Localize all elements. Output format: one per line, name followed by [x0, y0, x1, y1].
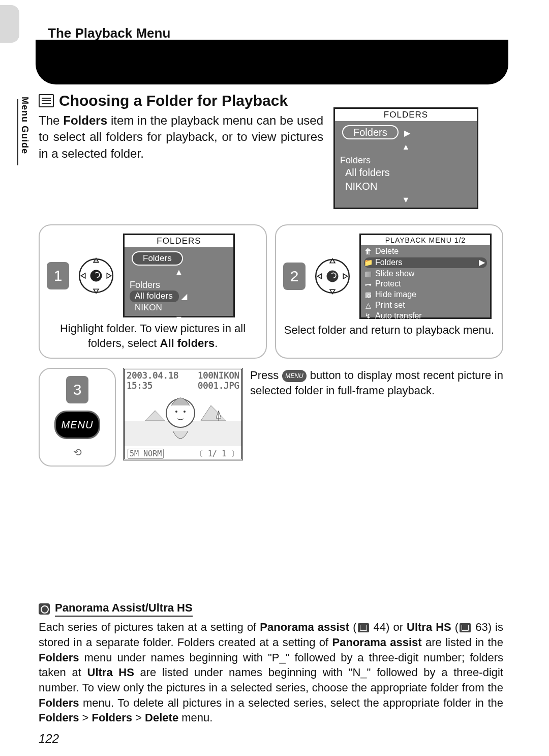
- lcd-title: FOLDERS: [335, 109, 477, 121]
- menu-item-icon: ▩: [364, 290, 372, 299]
- lcd-line: All folders: [340, 166, 472, 180]
- lcd-group: Folders: [340, 155, 472, 166]
- arrow-down-icon: ▼: [402, 195, 410, 205]
- menu-item-label: Slide show: [375, 269, 414, 279]
- list-icon: [39, 94, 54, 107]
- lcd-folders-large: FOLDERS Folders ▶ ▲ Folders All folders …: [333, 107, 478, 209]
- svg-point-15: [184, 411, 186, 413]
- note-body: Each series of pictures taken at a setti…: [39, 620, 503, 725]
- menu-item-icon: ⊶: [364, 280, 372, 289]
- preview-size: 5M NORM: [128, 449, 164, 459]
- preview-date: 2003.04.18: [127, 370, 178, 381]
- dpad-icon: [75, 247, 117, 304]
- preview-folder: 100NIKON: [198, 370, 239, 381]
- arrow-right-icon: ▶: [404, 128, 410, 138]
- side-rule: [17, 99, 18, 165]
- lcd-playback-menu: PLAYBACK MENU 1/2 🗑Delete📁Folders▶▦Slide…: [359, 234, 492, 319]
- menu-item-label: Print set: [375, 300, 405, 311]
- playback-menu-item: ↯Auto transfer: [364, 311, 487, 322]
- note-title: Panorama Assist/Ultra HS: [55, 601, 193, 617]
- page-number: 122: [39, 732, 59, 746]
- header-title: The Playback Menu: [48, 25, 503, 41]
- lcd-title: PLAYBACK MENU 1/2: [361, 235, 490, 245]
- menu-item-label: Auto transfer: [375, 311, 422, 322]
- menu-item-label: Protect: [375, 279, 401, 289]
- step-1: 1 FOLDERS Folders: [39, 224, 267, 359]
- lcd-line: NIKON: [340, 180, 472, 193]
- step-2: 2 PLAYBACK MENU 1/2 🗑Delete📁Folders▶▦S: [275, 224, 503, 359]
- menu-item-label: Hide image: [375, 289, 416, 300]
- folders-pill: Folders: [132, 251, 183, 266]
- playback-menu-item: △Print set: [364, 300, 487, 311]
- arrow-up-icon: ▲: [175, 268, 183, 277]
- note-icon: [39, 603, 50, 615]
- enter-icon: ◢: [181, 292, 187, 301]
- svg-point-1: [90, 270, 102, 281]
- menu-button-icon: MENU: [282, 370, 307, 382]
- lcd-title: FOLDERS: [125, 235, 233, 247]
- playback-preview: 2003.04.18 15:35 100NIKON 0001.JPG: [123, 368, 243, 460]
- step-caption: Select folder and return to playback men…: [284, 323, 494, 338]
- svg-marker-11: [343, 274, 347, 279]
- menu-item-label: Folders: [375, 257, 402, 268]
- menu-button[interactable]: MENU: [54, 411, 100, 439]
- step-num: 2: [283, 263, 306, 290]
- side-tab: [0, 5, 19, 43]
- svg-marker-10: [317, 274, 321, 279]
- arrow-up-icon: ▲: [402, 142, 410, 152]
- arrow-right-icon: ▶: [479, 257, 485, 268]
- playback-menu-item: 🗑Delete: [364, 246, 487, 257]
- step-num: 1: [47, 262, 69, 289]
- section-intro: The Folders item in the playback menu ca…: [39, 112, 323, 162]
- playback-menu-item: 📁Folders▶: [364, 257, 487, 268]
- dpad-icon: [312, 248, 353, 305]
- svg-marker-5: [107, 273, 111, 278]
- playback-menu-item: ▦Slide show: [364, 269, 487, 279]
- section-title: Choosing a Folder for Playback: [59, 92, 288, 109]
- timer-icon: ⟲: [73, 446, 82, 458]
- svg-marker-4: [81, 273, 85, 278]
- side-label: Menu Guide: [19, 97, 30, 154]
- header-panel: [36, 40, 508, 84]
- playback-menu-item: ⊶Protect: [364, 279, 487, 289]
- preview-illustration: [125, 384, 241, 448]
- menu-item-icon: ↯: [364, 311, 372, 321]
- arrow-down-icon: ▼: [175, 314, 183, 324]
- bookmark-icon: [358, 623, 369, 632]
- lcd-group: Folders: [130, 280, 228, 290]
- lcd-line: All folders: [130, 290, 179, 302]
- menu-item-icon: 📁: [364, 258, 372, 267]
- step-3: 3 MENU ⟲: [39, 368, 116, 467]
- lcd-folders-small: FOLDERS Folders ▲ Folders All folders ◢ …: [123, 234, 235, 317]
- playback-menu-item: ▩Hide image: [364, 289, 487, 300]
- menu-item-icon: △: [364, 301, 372, 310]
- folders-pill: Folders: [342, 125, 399, 139]
- lcd-line: NIKON: [130, 302, 228, 314]
- step-num: 3: [66, 376, 88, 403]
- menu-item-label: Delete: [375, 246, 399, 257]
- step3-text: Press MENU button to display most recent…: [250, 368, 503, 467]
- svg-point-7: [327, 271, 339, 282]
- preview-index: 〔 1/ 1 〕: [196, 449, 238, 459]
- bookmark-icon: [460, 623, 471, 632]
- menu-item-icon: ▦: [364, 269, 372, 278]
- svg-point-14: [175, 411, 177, 413]
- menu-item-icon: 🗑: [364, 247, 372, 256]
